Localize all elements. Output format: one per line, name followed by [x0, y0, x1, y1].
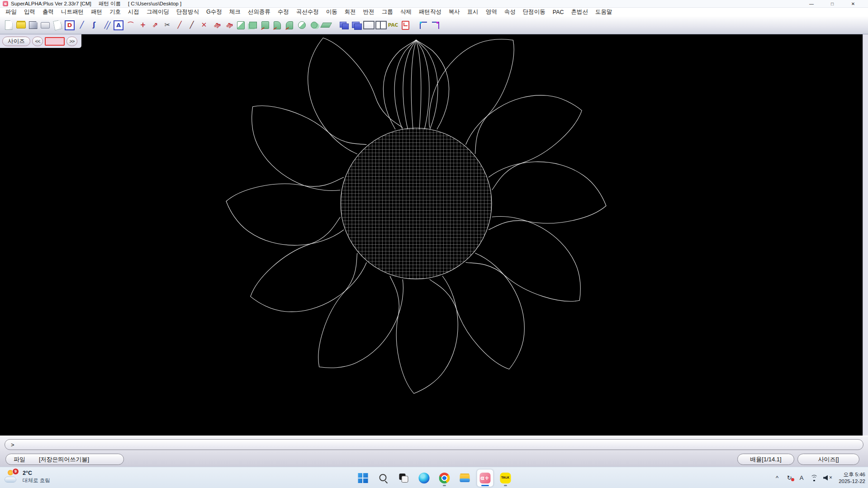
move-diagonal-icon[interactable]: ⇗: [210, 19, 222, 32]
size-indicator[interactable]: 사이즈[]: [797, 454, 859, 465]
menu-item-그레이딩[interactable]: 그레이딩: [143, 8, 173, 16]
command-input[interactable]: >: [5, 439, 863, 450]
menu-item-속성[interactable]: 속성: [501, 8, 519, 16]
pattern-canvas[interactable]: 사이즈 << >>: [0, 34, 863, 436]
round-white-icon[interactable]: [296, 19, 308, 32]
menu-item-표시[interactable]: 표시: [464, 8, 482, 16]
size-tab-button[interactable]: 사이즈: [2, 37, 30, 46]
search-taskbar-button[interactable]: [375, 469, 391, 487]
menu-item-체크[interactable]: 체크: [226, 8, 244, 16]
measure-arrow-icon[interactable]: ⇗: [149, 19, 161, 32]
menu-item-회전[interactable]: 회전: [341, 8, 360, 16]
plot-output-icon[interactable]: [39, 19, 51, 32]
point-mark-icon[interactable]: +: [137, 19, 149, 32]
file-status-button[interactable]: 파일 [저장은띄어쓰기불]: [5, 454, 124, 465]
save-file-icon[interactable]: [27, 19, 39, 32]
layer-pages-multi-icon[interactable]: [351, 19, 362, 32]
scale-indicator[interactable]: 배율[1/14.1]: [737, 454, 794, 465]
layer-pages-icon[interactable]: [338, 19, 350, 32]
clock-date: 2025-12-22: [839, 478, 865, 485]
menu-item-PAC[interactable]: PAC: [549, 9, 568, 15]
menu-item-선의종류[interactable]: 선의종류: [244, 8, 274, 16]
open-file-icon[interactable]: [15, 19, 27, 32]
ime-korean-icon[interactable]: A: [798, 474, 805, 481]
size-next-button[interactable]: >>: [66, 37, 77, 46]
cut-line-icon[interactable]: ✂: [161, 19, 173, 32]
delete-cross-icon[interactable]: ✕: [198, 19, 210, 32]
corner-move-icon[interactable]: [430, 19, 441, 32]
menu-item-영역[interactable]: 영역: [482, 8, 501, 16]
menu-item-반전[interactable]: 반전: [360, 8, 378, 16]
menu-item-출력[interactable]: 출력: [39, 8, 57, 16]
menu-item-단점방식[interactable]: 단점방식: [173, 8, 203, 16]
page-rotate-icon[interactable]: [259, 19, 271, 32]
sheet-icon[interactable]: [52, 19, 63, 32]
menu-item-G수정[interactable]: G수정: [203, 8, 226, 16]
explorer-taskbar-button[interactable]: [456, 469, 473, 487]
menu-item-곡선수정[interactable]: 곡선수정: [293, 8, 323, 16]
piece-right-icon[interactable]: [284, 19, 295, 32]
hidden-icons-icon[interactable]: ^: [773, 474, 781, 481]
menu-item-시접[interactable]: 시접: [124, 8, 143, 16]
edge-icon: [418, 473, 429, 483]
taskbar-clock[interactable]: 오후 5:46 2025-12-22: [839, 471, 865, 485]
piece-left-icon[interactable]: [271, 19, 283, 32]
size-tab-strip: 사이즈 << >>: [0, 34, 81, 48]
pac-page-icon[interactable]: [399, 19, 411, 32]
menu-item-패턴작성[interactable]: 패턴작성: [415, 8, 445, 16]
menu-item-니트패턴[interactable]: 니트패턴: [57, 8, 87, 16]
menu-item-삭제[interactable]: 삭제: [397, 8, 415, 16]
menu-item-패턴[interactable]: 패턴: [87, 8, 106, 16]
frame-view-icon[interactable]: [363, 19, 375, 32]
draw-arc-icon[interactable]: ⌒: [125, 19, 137, 32]
menu-item-촌법선[interactable]: 촌법선: [568, 8, 592, 16]
app-logo-icon: α: [3, 1, 8, 6]
menu-item-기호[interactable]: 기호: [106, 8, 124, 16]
volume-muted-icon[interactable]: [823, 475, 832, 481]
wifi-icon[interactable]: [810, 475, 818, 481]
weather-widget[interactable]: 9 2°C 대체로 흐림: [5, 469, 50, 484]
draw-curve-icon[interactable]: ʃ: [88, 19, 100, 32]
chrome-taskbar-button[interactable]: [436, 469, 452, 487]
close-button[interactable]: ✕: [843, 1, 863, 6]
minimize-button[interactable]: —: [801, 1, 822, 6]
weather-badge: 9: [12, 468, 19, 475]
taskview-icon: [398, 473, 409, 483]
pen-dark-icon[interactable]: ╱: [186, 19, 198, 32]
menu-item-단점이동[interactable]: 단점이동: [519, 8, 549, 16]
corner-point-icon[interactable]: [417, 19, 429, 32]
size-input[interactable]: [45, 37, 65, 46]
text-input-icon[interactable]: A: [114, 20, 123, 30]
superalpha-taskbar-button[interactable]: α+: [477, 469, 493, 487]
start-taskbar-button[interactable]: [355, 469, 371, 487]
draw-line-icon[interactable]: ╱: [76, 19, 88, 32]
kakaotalk-taskbar-button[interactable]: TALK: [497, 469, 513, 487]
round-pair-icon[interactable]: [308, 19, 320, 32]
vertical-scrollbar[interactable]: [863, 34, 868, 436]
pen-red-icon[interactable]: ╱: [174, 19, 185, 32]
menu-item-이동[interactable]: 이동: [323, 8, 341, 16]
skew-piece-icon[interactable]: [320, 19, 332, 32]
menu-item-도움말[interactable]: 도움말: [592, 8, 616, 16]
maximize-button[interactable]: □: [822, 1, 843, 6]
menu-item-그룹[interactable]: 그룹: [378, 8, 397, 16]
title-bar: α SuperALPHA:Plus Ver 2.33r7 [CM] 패턴 이름 …: [0, 0, 868, 8]
menu-item-수정[interactable]: 수정: [274, 8, 293, 16]
frame-split-icon[interactable]: [375, 19, 387, 32]
draw-parallel-icon[interactable]: ╱: [100, 19, 112, 32]
taskview-taskbar-button[interactable]: [395, 469, 412, 487]
menu-item-파일[interactable]: 파일: [2, 8, 20, 16]
pac-label-icon[interactable]: PAC: [387, 19, 399, 32]
update-icon[interactable]: ↻: [786, 474, 793, 481]
pages-pair-icon[interactable]: [247, 19, 259, 32]
weather-description: 대체로 흐림: [23, 477, 50, 484]
size-prev-button[interactable]: <<: [32, 37, 43, 46]
copy-diagonal-icon[interactable]: ⇗: [223, 19, 234, 32]
menu-item-입력[interactable]: 입력: [20, 8, 39, 16]
menu-item-복사[interactable]: 복사: [445, 8, 464, 16]
window-title: SuperALPHA:Plus Ver 2.33r7 [CM]: [11, 1, 91, 6]
new-file-icon[interactable]: [3, 19, 14, 32]
page-arrow-icon[interactable]: [235, 19, 247, 32]
pac-doc-icon[interactable]: D: [65, 20, 75, 30]
edge-taskbar-button[interactable]: [416, 469, 432, 487]
